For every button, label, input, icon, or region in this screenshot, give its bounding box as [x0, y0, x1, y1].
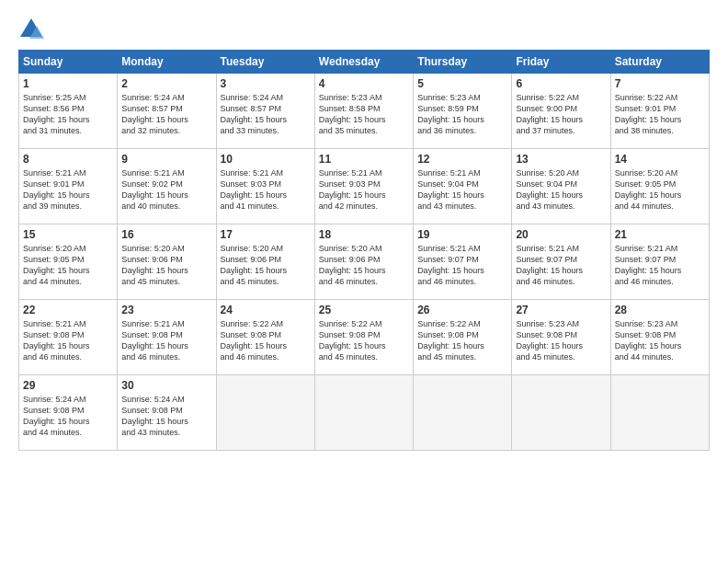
calendar-cell: 29 Sunrise: 5:24 AMSunset: 9:08 PMDaylig… [19, 375, 118, 451]
day-number: 18 [319, 228, 409, 241]
cell-info: Sunrise: 5:23 AMSunset: 9:08 PMDaylight:… [516, 319, 583, 362]
calendar-cell: 27 Sunrise: 5:23 AMSunset: 9:08 PMDaylig… [512, 300, 610, 375]
day-number: 5 [417, 77, 507, 90]
day-number: 25 [319, 304, 409, 316]
cell-info: Sunrise: 5:24 AMSunset: 8:57 PMDaylight:… [121, 93, 188, 135]
header-sunday: Sunday [19, 51, 118, 74]
header-wednesday: Wednesday [314, 51, 413, 74]
calendar-cell [414, 375, 512, 451]
cell-info: Sunrise: 5:20 AMSunset: 9:06 PMDaylight:… [221, 244, 288, 286]
day-number: 30 [121, 379, 211, 392]
day-number: 16 [121, 228, 211, 241]
calendar-week-row: 29 Sunrise: 5:24 AMSunset: 9:08 PMDaylig… [19, 375, 710, 451]
calendar-table: Sunday Monday Tuesday Wednesday Thursday… [18, 50, 710, 451]
calendar-cell [610, 375, 709, 451]
calendar-cell: 3 Sunrise: 5:24 AMSunset: 8:57 PMDayligh… [216, 74, 314, 149]
header-friday: Friday [512, 51, 610, 74]
cell-info: Sunrise: 5:20 AMSunset: 9:04 PMDaylight:… [516, 168, 583, 211]
calendar-cell: 12 Sunrise: 5:21 AMSunset: 9:04 PMDaylig… [414, 149, 512, 224]
calendar-cell: 19 Sunrise: 5:21 AMSunset: 9:07 PMDaylig… [414, 224, 512, 300]
calendar-cell: 4 Sunrise: 5:23 AMSunset: 8:58 PMDayligh… [314, 74, 413, 149]
day-number: 22 [23, 304, 113, 316]
calendar-cell: 30 Sunrise: 5:24 AMSunset: 9:08 PMDaylig… [118, 375, 216, 451]
day-number: 20 [516, 228, 606, 241]
cell-info: Sunrise: 5:21 AMSunset: 9:07 PMDaylight:… [516, 244, 583, 286]
header-thursday: Thursday [414, 51, 512, 74]
cell-info: Sunrise: 5:20 AMSunset: 9:05 PMDaylight:… [23, 244, 90, 286]
calendar-cell: 5 Sunrise: 5:23 AMSunset: 8:59 PMDayligh… [414, 74, 512, 149]
calendar-cell: 13 Sunrise: 5:20 AMSunset: 9:04 PMDaylig… [512, 149, 610, 224]
day-number: 19 [417, 228, 507, 241]
calendar-cell: 7 Sunrise: 5:22 AMSunset: 9:01 PMDayligh… [610, 74, 709, 149]
calendar-week-row: 8 Sunrise: 5:21 AMSunset: 9:01 PMDayligh… [19, 149, 710, 224]
calendar-cell: 9 Sunrise: 5:21 AMSunset: 9:02 PMDayligh… [118, 149, 216, 224]
calendar-cell [512, 375, 610, 451]
calendar-cell: 11 Sunrise: 5:21 AMSunset: 9:03 PMDaylig… [314, 149, 413, 224]
cell-info: Sunrise: 5:21 AMSunset: 9:07 PMDaylight:… [417, 244, 484, 286]
calendar-cell: 24 Sunrise: 5:22 AMSunset: 9:08 PMDaylig… [216, 300, 314, 375]
cell-info: Sunrise: 5:22 AMSunset: 9:00 PMDaylight:… [516, 93, 583, 135]
calendar-cell: 14 Sunrise: 5:20 AMSunset: 9:05 PMDaylig… [610, 149, 709, 224]
cell-info: Sunrise: 5:23 AMSunset: 8:58 PMDaylight:… [319, 93, 386, 135]
header-tuesday: Tuesday [216, 51, 314, 74]
calendar-cell: 6 Sunrise: 5:22 AMSunset: 9:00 PMDayligh… [512, 74, 610, 149]
calendar-cell: 22 Sunrise: 5:21 AMSunset: 9:08 PMDaylig… [19, 300, 118, 375]
header [18, 17, 710, 42]
calendar-cell: 21 Sunrise: 5:21 AMSunset: 9:07 PMDaylig… [610, 224, 709, 300]
cell-info: Sunrise: 5:24 AMSunset: 9:08 PMDaylight:… [23, 395, 90, 437]
day-number: 6 [516, 77, 606, 90]
day-number: 24 [221, 304, 311, 316]
day-number: 26 [417, 304, 507, 316]
day-number: 7 [615, 77, 705, 90]
calendar-week-row: 22 Sunrise: 5:21 AMSunset: 9:08 PMDaylig… [19, 300, 710, 375]
cell-info: Sunrise: 5:21 AMSunset: 9:03 PMDaylight:… [319, 168, 386, 211]
day-number: 29 [23, 379, 113, 392]
day-number: 2 [121, 77, 211, 90]
calendar-cell [314, 375, 413, 451]
cell-info: Sunrise: 5:22 AMSunset: 9:01 PMDaylight:… [615, 93, 682, 135]
calendar-cell: 25 Sunrise: 5:22 AMSunset: 9:08 PMDaylig… [314, 300, 413, 375]
calendar-cell: 8 Sunrise: 5:21 AMSunset: 9:01 PMDayligh… [19, 149, 118, 224]
calendar-cell: 20 Sunrise: 5:21 AMSunset: 9:07 PMDaylig… [512, 224, 610, 300]
day-number: 4 [319, 77, 409, 90]
day-number: 1 [23, 77, 113, 90]
day-number: 11 [319, 153, 409, 166]
logo [18, 17, 50, 42]
cell-info: Sunrise: 5:24 AMSunset: 8:57 PMDaylight:… [221, 93, 288, 135]
cell-info: Sunrise: 5:22 AMSunset: 9:08 PMDaylight:… [417, 319, 484, 362]
header-saturday: Saturday [610, 51, 709, 74]
day-number: 23 [121, 304, 211, 316]
calendar-cell: 17 Sunrise: 5:20 AMSunset: 9:06 PMDaylig… [216, 224, 314, 300]
day-number: 28 [615, 304, 705, 316]
calendar-cell: 10 Sunrise: 5:21 AMSunset: 9:03 PMDaylig… [216, 149, 314, 224]
day-number: 13 [516, 153, 606, 166]
cell-info: Sunrise: 5:23 AMSunset: 9:08 PMDaylight:… [615, 319, 682, 362]
day-number: 12 [417, 153, 507, 166]
cell-info: Sunrise: 5:20 AMSunset: 9:06 PMDaylight:… [319, 244, 386, 286]
cell-info: Sunrise: 5:21 AMSunset: 9:08 PMDaylight:… [121, 319, 188, 362]
day-number: 14 [615, 153, 705, 166]
day-number: 10 [221, 153, 311, 166]
calendar-cell: 1 Sunrise: 5:25 AMSunset: 8:56 PMDayligh… [19, 74, 118, 149]
cell-info: Sunrise: 5:21 AMSunset: 9:03 PMDaylight:… [221, 168, 288, 211]
cell-info: Sunrise: 5:21 AMSunset: 9:07 PMDaylight:… [615, 244, 682, 286]
cell-info: Sunrise: 5:22 AMSunset: 9:08 PMDaylight:… [319, 319, 386, 362]
day-number: 8 [23, 153, 113, 166]
cell-info: Sunrise: 5:20 AMSunset: 9:06 PMDaylight:… [121, 244, 188, 286]
day-number: 15 [23, 228, 113, 241]
day-number: 9 [121, 153, 211, 166]
calendar-cell: 23 Sunrise: 5:21 AMSunset: 9:08 PMDaylig… [118, 300, 216, 375]
cell-info: Sunrise: 5:23 AMSunset: 8:59 PMDaylight:… [417, 93, 484, 135]
cell-info: Sunrise: 5:22 AMSunset: 9:08 PMDaylight:… [221, 319, 288, 362]
calendar-week-row: 15 Sunrise: 5:20 AMSunset: 9:05 PMDaylig… [19, 224, 710, 300]
cell-info: Sunrise: 5:21 AMSunset: 9:01 PMDaylight:… [23, 168, 90, 211]
calendar-cell: 15 Sunrise: 5:20 AMSunset: 9:05 PMDaylig… [19, 224, 118, 300]
day-number: 3 [221, 77, 311, 90]
calendar-cell: 28 Sunrise: 5:23 AMSunset: 9:08 PMDaylig… [610, 300, 709, 375]
cell-info: Sunrise: 5:21 AMSunset: 9:04 PMDaylight:… [417, 168, 484, 211]
day-number: 17 [221, 228, 311, 241]
calendar-cell: 16 Sunrise: 5:20 AMSunset: 9:06 PMDaylig… [118, 224, 216, 300]
page: Sunday Monday Tuesday Wednesday Thursday… [0, 0, 728, 563]
cell-info: Sunrise: 5:20 AMSunset: 9:05 PMDaylight:… [615, 168, 682, 211]
cell-info: Sunrise: 5:25 AMSunset: 8:56 PMDaylight:… [23, 93, 90, 135]
